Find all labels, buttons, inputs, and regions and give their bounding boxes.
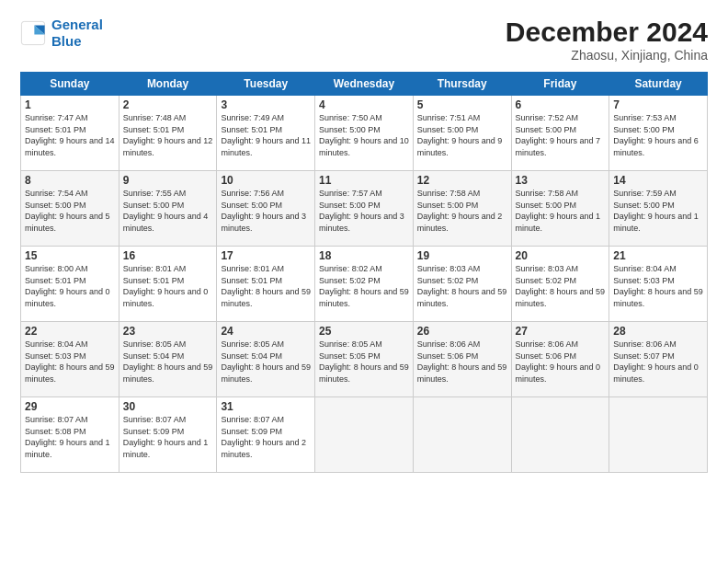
calendar-cell <box>609 397 708 473</box>
day-number: 19 <box>417 249 507 262</box>
page: General Blue December 2024 Zhaosu, Xinji… <box>0 0 728 563</box>
calendar-cell: 24 Sunrise: 8:05 AM Sunset: 5:04 PM Dayl… <box>217 322 315 397</box>
day-number: 28 <box>613 325 703 338</box>
calendar-cell: 27 Sunrise: 8:06 AM Sunset: 5:06 PM Dayl… <box>511 322 609 397</box>
day-info: Sunrise: 7:57 AM Sunset: 5:00 PM Dayligh… <box>319 188 409 234</box>
header-monday: Monday <box>119 73 217 96</box>
day-info: Sunrise: 7:58 AM Sunset: 5:00 PM Dayligh… <box>417 188 507 234</box>
calendar-cell: 9 Sunrise: 7:55 AM Sunset: 5:00 PM Dayli… <box>119 171 217 247</box>
day-number: 7 <box>613 98 703 111</box>
logo-icon <box>20 20 46 46</box>
calendar-cell: 8 Sunrise: 7:54 AM Sunset: 5:00 PM Dayli… <box>21 171 119 247</box>
header-sunday: Sunday <box>21 73 119 96</box>
calendar-cell: 23 Sunrise: 8:05 AM Sunset: 5:04 PM Dayl… <box>119 322 217 397</box>
calendar-cell: 19 Sunrise: 8:03 AM Sunset: 5:02 PM Dayl… <box>413 247 511 322</box>
day-info: Sunrise: 8:05 AM Sunset: 5:04 PM Dayligh… <box>221 339 311 385</box>
day-info: Sunrise: 7:58 AM Sunset: 5:00 PM Dayligh… <box>516 188 606 234</box>
day-info: Sunrise: 7:50 AM Sunset: 5:00 PM Dayligh… <box>319 112 409 158</box>
calendar-cell: 29 Sunrise: 8:07 AM Sunset: 5:08 PM Dayl… <box>21 397 119 473</box>
day-number: 30 <box>123 400 213 413</box>
day-info: Sunrise: 8:00 AM Sunset: 5:01 PM Dayligh… <box>25 263 115 309</box>
header-thursday: Thursday <box>413 73 511 96</box>
day-number: 6 <box>516 98 606 111</box>
day-info: Sunrise: 8:05 AM Sunset: 5:05 PM Dayligh… <box>319 339 409 385</box>
day-number: 4 <box>319 98 409 111</box>
day-info: Sunrise: 8:02 AM Sunset: 5:02 PM Dayligh… <box>319 263 409 309</box>
calendar-cell <box>315 397 414 473</box>
day-number: 5 <box>417 98 507 111</box>
day-info: Sunrise: 8:03 AM Sunset: 5:02 PM Dayligh… <box>516 263 606 309</box>
calendar-cell: 2 Sunrise: 7:48 AM Sunset: 5:01 PM Dayli… <box>119 96 217 171</box>
calendar-cell: 18 Sunrise: 8:02 AM Sunset: 5:02 PM Dayl… <box>315 247 414 322</box>
header-friday: Friday <box>511 73 609 96</box>
calendar-week-row: 22 Sunrise: 8:04 AM Sunset: 5:03 PM Dayl… <box>21 322 708 397</box>
day-number: 17 <box>221 249 311 262</box>
main-title: December 2024 <box>506 17 708 48</box>
day-info: Sunrise: 7:48 AM Sunset: 5:01 PM Dayligh… <box>123 112 213 158</box>
day-info: Sunrise: 7:51 AM Sunset: 5:00 PM Dayligh… <box>417 112 507 158</box>
day-info: Sunrise: 8:06 AM Sunset: 5:06 PM Dayligh… <box>417 339 507 385</box>
calendar-cell <box>511 397 609 473</box>
day-info: Sunrise: 7:59 AM Sunset: 5:00 PM Dayligh… <box>613 188 703 234</box>
day-number: 15 <box>25 249 115 262</box>
calendar-cell: 25 Sunrise: 8:05 AM Sunset: 5:05 PM Dayl… <box>315 322 414 397</box>
day-number: 31 <box>221 400 311 413</box>
calendar-cell: 22 Sunrise: 8:04 AM Sunset: 5:03 PM Dayl… <box>21 322 119 397</box>
calendar-cell: 31 Sunrise: 8:07 AM Sunset: 5:09 PM Dayl… <box>217 397 315 473</box>
calendar-week-row: 1 Sunrise: 7:47 AM Sunset: 5:01 PM Dayli… <box>21 96 708 171</box>
header-tuesday: Tuesday <box>217 73 315 96</box>
title-block: December 2024 Zhaosu, Xinjiang, China <box>506 17 708 63</box>
logo: General Blue <box>20 17 103 50</box>
day-info: Sunrise: 8:07 AM Sunset: 5:08 PM Dayligh… <box>25 414 115 460</box>
calendar-cell: 11 Sunrise: 7:57 AM Sunset: 5:00 PM Dayl… <box>315 171 414 247</box>
day-info: Sunrise: 8:06 AM Sunset: 5:07 PM Dayligh… <box>613 339 703 385</box>
day-info: Sunrise: 8:03 AM Sunset: 5:02 PM Dayligh… <box>417 263 507 309</box>
day-info: Sunrise: 8:04 AM Sunset: 5:03 PM Dayligh… <box>613 263 703 309</box>
day-number: 25 <box>319 325 409 338</box>
calendar-cell: 10 Sunrise: 7:56 AM Sunset: 5:00 PM Dayl… <box>217 171 315 247</box>
calendar-cell: 12 Sunrise: 7:58 AM Sunset: 5:00 PM Dayl… <box>413 171 511 247</box>
calendar-cell: 7 Sunrise: 7:53 AM Sunset: 5:00 PM Dayli… <box>609 96 708 171</box>
day-number: 11 <box>319 174 409 187</box>
calendar-cell: 17 Sunrise: 8:01 AM Sunset: 5:01 PM Dayl… <box>217 247 315 322</box>
day-info: Sunrise: 7:49 AM Sunset: 5:01 PM Dayligh… <box>221 112 311 158</box>
day-info: Sunrise: 8:06 AM Sunset: 5:06 PM Dayligh… <box>516 339 606 385</box>
calendar-cell: 30 Sunrise: 8:07 AM Sunset: 5:09 PM Dayl… <box>119 397 217 473</box>
logo-line1: General <box>51 17 103 32</box>
calendar-table: Sunday Monday Tuesday Wednesday Thursday… <box>20 72 708 473</box>
subtitle: Zhaosu, Xinjiang, China <box>506 48 708 63</box>
day-info: Sunrise: 8:01 AM Sunset: 5:01 PM Dayligh… <box>123 263 213 309</box>
day-number: 18 <box>319 249 409 262</box>
calendar-cell: 21 Sunrise: 8:04 AM Sunset: 5:03 PM Dayl… <box>609 247 708 322</box>
day-info: Sunrise: 8:01 AM Sunset: 5:01 PM Dayligh… <box>221 263 311 309</box>
day-info: Sunrise: 7:56 AM Sunset: 5:00 PM Dayligh… <box>221 188 311 234</box>
header-wednesday: Wednesday <box>315 73 414 96</box>
day-info: Sunrise: 8:05 AM Sunset: 5:04 PM Dayligh… <box>123 339 213 385</box>
calendar-cell: 1 Sunrise: 7:47 AM Sunset: 5:01 PM Dayli… <box>21 96 119 171</box>
day-number: 2 <box>123 98 213 111</box>
logo-text: General Blue <box>51 17 103 50</box>
day-info: Sunrise: 7:54 AM Sunset: 5:00 PM Dayligh… <box>25 188 115 234</box>
day-number: 13 <box>516 174 606 187</box>
calendar-cell: 16 Sunrise: 8:01 AM Sunset: 5:01 PM Dayl… <box>119 247 217 322</box>
day-number: 9 <box>123 174 213 187</box>
calendar-cell: 20 Sunrise: 8:03 AM Sunset: 5:02 PM Dayl… <box>511 247 609 322</box>
calendar-cell: 14 Sunrise: 7:59 AM Sunset: 5:00 PM Dayl… <box>609 171 708 247</box>
day-number: 24 <box>221 325 311 338</box>
calendar-cell: 6 Sunrise: 7:52 AM Sunset: 5:00 PM Dayli… <box>511 96 609 171</box>
day-info: Sunrise: 7:53 AM Sunset: 5:00 PM Dayligh… <box>613 112 703 158</box>
day-number: 10 <box>221 174 311 187</box>
day-number: 3 <box>221 98 311 111</box>
day-number: 8 <box>25 174 115 187</box>
day-number: 14 <box>613 174 703 187</box>
calendar-week-row: 15 Sunrise: 8:00 AM Sunset: 5:01 PM Dayl… <box>21 247 708 322</box>
day-info: Sunrise: 7:52 AM Sunset: 5:00 PM Dayligh… <box>516 112 606 158</box>
day-info: Sunrise: 8:07 AM Sunset: 5:09 PM Dayligh… <box>221 414 311 460</box>
day-number: 23 <box>123 325 213 338</box>
day-info: Sunrise: 8:07 AM Sunset: 5:09 PM Dayligh… <box>123 414 213 460</box>
header-saturday: Saturday <box>609 73 708 96</box>
day-number: 16 <box>123 249 213 262</box>
calendar-cell: 15 Sunrise: 8:00 AM Sunset: 5:01 PM Dayl… <box>21 247 119 322</box>
calendar-cell: 26 Sunrise: 8:06 AM Sunset: 5:06 PM Dayl… <box>413 322 511 397</box>
calendar-cell: 3 Sunrise: 7:49 AM Sunset: 5:01 PM Dayli… <box>217 96 315 171</box>
